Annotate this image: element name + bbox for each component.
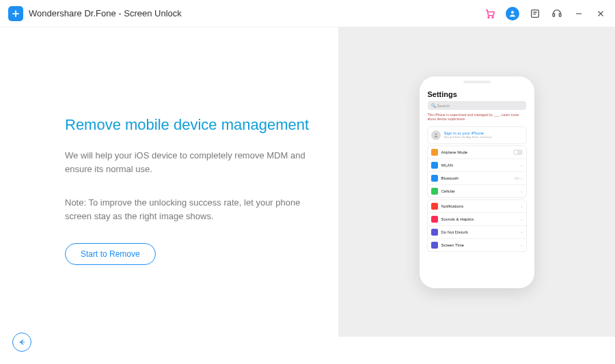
toggle-icon bbox=[513, 150, 523, 155]
chevron-right-icon: › bbox=[521, 230, 523, 234]
setting-row-icon bbox=[431, 203, 438, 210]
setting-row-label: Do Not Disturb bbox=[441, 230, 468, 234]
phone-signin-card: Sign in to your iPhone Set up iCloud, th… bbox=[428, 127, 526, 143]
start-remove-button[interactable]: Start to Remove bbox=[65, 243, 156, 265]
phone-settings-title: Settings bbox=[425, 89, 529, 101]
setting-row-label: Bluetooth bbox=[441, 176, 459, 180]
setting-row-icon bbox=[431, 162, 438, 169]
chevron-right-icon: › bbox=[521, 204, 523, 208]
right-pane: Settings 🔍 Search This iPhone is supervi… bbox=[338, 27, 615, 337]
app-logo bbox=[8, 6, 23, 21]
setting-row-icon bbox=[431, 216, 438, 223]
phone-setting-row: Screen Time› bbox=[428, 238, 526, 251]
chevron-right-icon: › bbox=[521, 163, 523, 167]
avatar-icon bbox=[431, 130, 441, 140]
svg-rect-4 bbox=[553, 14, 555, 16]
phone-search: 🔍 Search bbox=[428, 101, 526, 110]
phone-search-placeholder: Search bbox=[437, 104, 450, 108]
phone-settings-group-1: Airplane ModeWLAN›BluetoothOn›Cellular› bbox=[428, 146, 526, 197]
phone-setting-row: Do Not Disturb› bbox=[428, 225, 526, 238]
titlebar: Wondershare Dr.Fone - Screen Unlock bbox=[0, 0, 615, 27]
svg-rect-5 bbox=[559, 14, 561, 16]
page-heading: Remove mobile device management bbox=[65, 116, 311, 134]
setting-row-icon bbox=[431, 188, 438, 195]
phone-setting-row: BluetoothOn› bbox=[428, 171, 526, 184]
chevron-right-icon: › bbox=[521, 176, 523, 180]
cart-icon[interactable] bbox=[484, 8, 496, 20]
phone-mockup: Settings 🔍 Search This iPhone is supervi… bbox=[420, 76, 534, 288]
left-pane: Remove mobile device management We will … bbox=[0, 27, 338, 337]
phone-setting-row: Airplane Mode bbox=[428, 146, 526, 158]
phone-setting-row: Cellular› bbox=[428, 184, 526, 197]
phone-notch bbox=[463, 81, 491, 83]
setting-row-value: On bbox=[515, 176, 519, 180]
svg-point-0 bbox=[488, 16, 489, 18]
chevron-right-icon: › bbox=[521, 189, 523, 193]
svg-point-6 bbox=[435, 133, 437, 135]
setting-row-label: Notifications bbox=[441, 204, 464, 208]
setting-row-icon bbox=[431, 229, 438, 236]
app-title: Wondershare Dr.Fone - Screen Unlock bbox=[29, 8, 182, 18]
minimize-icon[interactable] bbox=[573, 8, 585, 20]
phone-setting-row: WLAN› bbox=[428, 158, 526, 171]
setting-row-label: Airplane Mode bbox=[441, 150, 468, 154]
note-text: Note: To improve the unlocking success r… bbox=[65, 196, 311, 223]
chevron-right-icon: › bbox=[521, 217, 523, 221]
chevron-right-icon: › bbox=[521, 243, 523, 247]
setting-row-label: Screen Time bbox=[441, 243, 465, 247]
phone-settings-group-2: Notifications›Sounds & Haptics›Do Not Di… bbox=[428, 200, 526, 251]
setting-row-label: Cellular bbox=[441, 189, 455, 193]
description-text: We will help your iOS device to complete… bbox=[65, 149, 311, 176]
setting-row-label: Sounds & Haptics bbox=[441, 217, 474, 221]
setting-row-icon bbox=[431, 149, 438, 156]
setting-row-icon bbox=[431, 242, 438, 249]
phone-signin-sub: Set up iCloud, the App Store, and more. bbox=[444, 135, 493, 139]
back-button[interactable] bbox=[12, 333, 31, 352]
svg-point-2 bbox=[511, 11, 514, 14]
phone-supervision-banner: This iPhone is supervised and managed by… bbox=[425, 113, 529, 124]
feedback-icon[interactable] bbox=[529, 8, 541, 20]
phone-setting-row: Sounds & Haptics› bbox=[428, 212, 526, 225]
user-icon[interactable] bbox=[506, 7, 519, 20]
setting-row-label: WLAN bbox=[441, 163, 453, 167]
support-icon[interactable] bbox=[551, 8, 563, 20]
phone-setting-row: Notifications› bbox=[428, 200, 526, 212]
svg-point-1 bbox=[492, 16, 493, 18]
close-icon[interactable] bbox=[594, 8, 607, 20]
setting-row-icon bbox=[431, 175, 438, 182]
